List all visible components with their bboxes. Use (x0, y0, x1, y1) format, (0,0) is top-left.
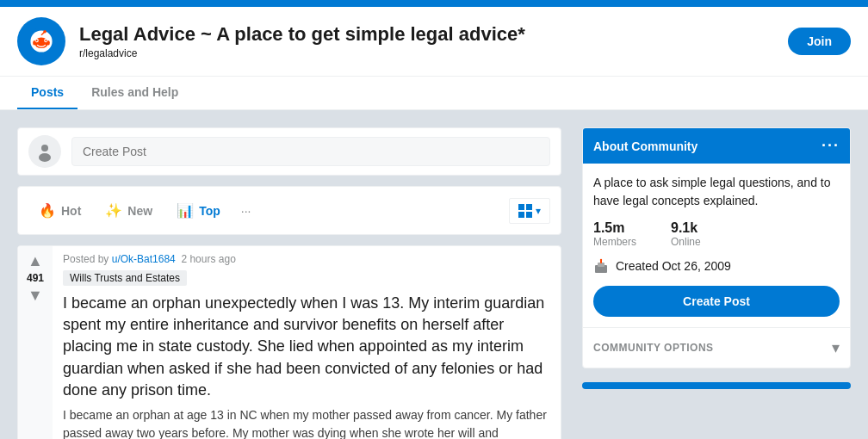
avatar-icon (34, 141, 55, 162)
view-toggle-icon (518, 204, 532, 218)
subreddit-header: Legal Advice ~ A place to get simple leg… (0, 7, 868, 77)
post-body-area: Posted by u/Ok-Bat1684 2 hours ago Wills… (53, 246, 561, 439)
created-date-text: Created Oct 26, 2009 (616, 259, 731, 273)
sort-top-label: Top (199, 204, 220, 218)
header-info: Legal Advice ~ A place to get simple leg… (79, 23, 774, 59)
about-more-button[interactable]: ··· (822, 137, 840, 155)
left-column: 🔥 Hot ✨ New 📊 Top ··· ▾ (17, 127, 561, 439)
community-options-chevron: ▾ (832, 338, 840, 357)
community-options-toggle[interactable]: COMMUNITY OPTIONS ▾ (583, 327, 850, 368)
subreddit-logo (17, 17, 65, 65)
svg-point-9 (33, 40, 36, 45)
svg-rect-13 (518, 204, 524, 210)
about-body: A place to ask simple legal questions, a… (583, 164, 850, 327)
top-bar (0, 0, 868, 7)
svg-rect-16 (526, 212, 532, 218)
post-card: ▲ 491 ▼ Posted by u/Ok-Bat1684 2 hours a… (17, 245, 561, 439)
right-sidebar: About Community ··· A place to ask simpl… (582, 127, 851, 439)
sort-new-button[interactable]: ✨ New (95, 195, 163, 226)
top-icon: 📊 (177, 202, 194, 219)
svg-rect-14 (526, 204, 532, 210)
view-toggle-chevron: ▾ (536, 205, 541, 217)
members-label: Members (593, 236, 636, 248)
online-stat: 9.1k Online (671, 220, 701, 248)
subreddit-name: r/legaladvice (79, 47, 774, 59)
view-toggle-button[interactable]: ▾ (509, 198, 550, 224)
sort-bar: 🔥 Hot ✨ New 📊 Top ··· ▾ (17, 186, 561, 235)
tab-posts[interactable]: Posts (17, 77, 78, 109)
members-stat: 1.5m Members (593, 220, 636, 248)
svg-point-6 (45, 40, 46, 41)
vote-count: 491 (27, 272, 44, 284)
svg-point-10 (46, 40, 50, 45)
header-title: Legal Advice ~ A place to get simple leg… (79, 23, 774, 46)
svg-point-8 (43, 30, 46, 34)
about-community-card: About Community ··· A place to ask simpl… (582, 127, 851, 368)
svg-rect-15 (518, 212, 524, 218)
snoo-icon (26, 26, 57, 57)
svg-point-11 (41, 145, 48, 151)
post-meta: Posted by u/Ok-Bat1684 2 hours ago (63, 253, 550, 265)
sort-hot-label: Hot (61, 204, 81, 218)
sidebar-blue-strip (582, 382, 851, 389)
hot-icon: 🔥 (39, 202, 56, 219)
svg-point-20 (600, 259, 602, 261)
online-label: Online (671, 236, 701, 248)
join-button[interactable]: Join (788, 28, 851, 55)
downvote-button[interactable]: ▼ (28, 288, 43, 303)
svg-point-12 (39, 153, 51, 162)
sort-more-button[interactable]: ··· (234, 197, 258, 225)
sort-new-label: New (127, 204, 152, 218)
post-title-area: Wills Trusts and Estates I became an orp… (63, 270, 550, 401)
post-author[interactable]: u/Ok-Bat1684 (112, 253, 176, 265)
new-icon: ✨ (105, 202, 122, 219)
sort-top-button[interactable]: 📊 Top (166, 195, 231, 226)
post-title[interactable]: I became an orphan unexpectedly when I w… (63, 293, 550, 401)
about-header-title: About Community (593, 139, 698, 153)
about-description: A place to ask simple legal questions, a… (593, 174, 840, 210)
post-body-text: I became an orphan at age 13 in NC when … (63, 406, 550, 439)
create-post-input[interactable] (71, 137, 550, 166)
vote-column: ▲ 491 ▼ (18, 246, 53, 439)
community-options-label: COMMUNITY OPTIONS (593, 342, 714, 354)
sort-hot-button[interactable]: 🔥 Hot (28, 195, 91, 226)
tab-rules-help[interactable]: Rules and Help (78, 77, 192, 109)
online-value: 9.1k (671, 220, 701, 236)
members-value: 1.5m (593, 220, 636, 236)
user-avatar (28, 135, 61, 168)
main-container: 🔥 Hot ✨ New 📊 Top ··· ▾ (0, 110, 868, 439)
create-post-bar[interactable] (17, 127, 561, 176)
cake-icon (593, 258, 609, 274)
svg-point-5 (36, 40, 38, 41)
sidebar-create-post-button[interactable]: Create Post (593, 286, 840, 317)
nav-tabs: Posts Rules and Help (0, 77, 868, 110)
about-header: About Community ··· (583, 128, 850, 164)
created-date: Created Oct 26, 2009 (593, 258, 840, 274)
about-stats: 1.5m Members 9.1k Online (593, 220, 840, 248)
post-flair[interactable]: Wills Trusts and Estates (63, 270, 187, 286)
upvote-button[interactable]: ▲ (28, 253, 43, 269)
